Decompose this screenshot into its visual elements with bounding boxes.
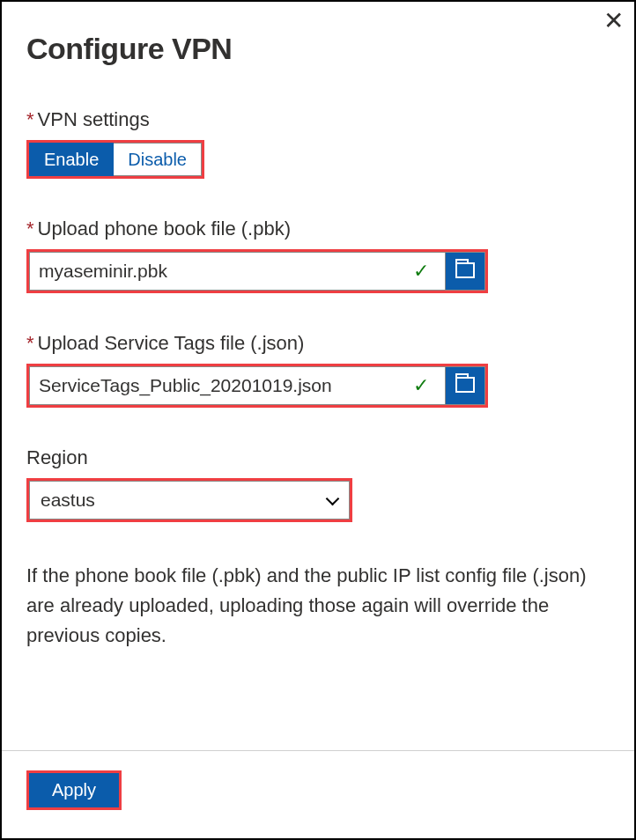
field-servicetags-upload: *Upload Service Tags file (.json) Servic… <box>26 332 610 408</box>
vpn-enable-button[interactable]: Enable <box>29 143 114 176</box>
folder-icon <box>455 379 475 393</box>
required-indicator: * <box>26 108 34 130</box>
close-icon[interactable]: ✕ <box>603 9 624 33</box>
servicetags-label: *Upload Service Tags file (.json) <box>26 332 610 355</box>
vpn-disable-button[interactable]: Disable <box>114 143 202 176</box>
pbk-label: *Upload phone book file (.pbk) <box>26 217 610 240</box>
servicetags-file-input[interactable]: ServiceTags_Public_20201019.json ✓ <box>29 366 445 405</box>
footer: Apply <box>2 750 634 838</box>
folder-icon <box>455 264 475 278</box>
label-text: Upload Service Tags file (.json) <box>38 332 305 354</box>
region-value: eastus <box>41 490 95 511</box>
label-text: Upload phone book file (.pbk) <box>38 217 291 239</box>
check-icon: ✓ <box>413 374 436 397</box>
required-indicator: * <box>26 332 34 354</box>
check-icon: ✓ <box>413 260 436 283</box>
label-text: Region <box>26 446 88 468</box>
servicetags-browse-button[interactable] <box>445 366 485 405</box>
field-vpn-settings: *VPN settings Enable Disable <box>26 108 610 179</box>
field-pbk-upload: *Upload phone book file (.pbk) myasemini… <box>26 217 610 293</box>
vpn-settings-label: *VPN settings <box>26 108 610 131</box>
pbk-file-value: myaseminir.pbk <box>39 261 167 282</box>
chevron-down-icon <box>326 494 338 506</box>
servicetags-file-value: ServiceTags_Public_20201019.json <box>39 375 332 396</box>
apply-wrap: Apply <box>26 770 122 810</box>
pbk-file-row: myaseminir.pbk ✓ <box>26 249 488 293</box>
region-select[interactable]: eastus <box>29 481 350 519</box>
required-indicator: * <box>26 217 34 239</box>
region-select-wrap: eastus <box>26 478 352 522</box>
servicetags-file-row: ServiceTags_Public_20201019.json ✓ <box>26 364 488 408</box>
pbk-file-input[interactable]: myaseminir.pbk ✓ <box>29 252 445 291</box>
field-region: Region eastus <box>26 446 610 522</box>
pbk-browse-button[interactable] <box>445 252 485 291</box>
region-label: Region <box>26 446 610 469</box>
vpn-toggle: Enable Disable <box>26 140 204 179</box>
apply-button[interactable]: Apply <box>29 773 119 807</box>
info-note: If the phone book file (.pbk) and the pu… <box>26 561 590 651</box>
page-title: Configure VPN <box>26 32 610 66</box>
label-text: VPN settings <box>38 108 150 130</box>
